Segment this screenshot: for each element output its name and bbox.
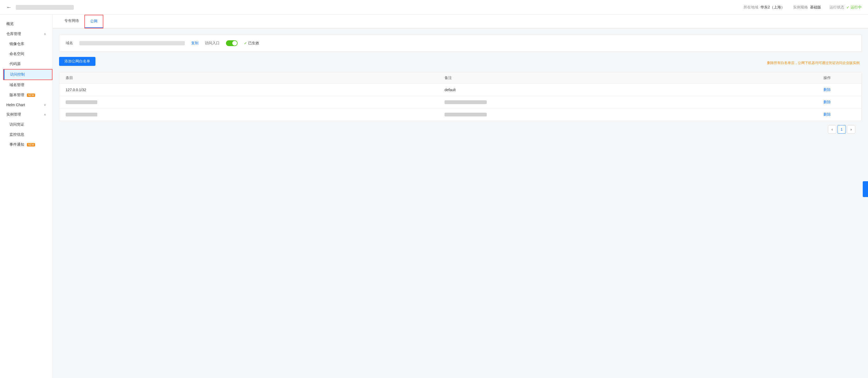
col-item: 条目 [66, 76, 444, 80]
row2-delete-button[interactable]: 删除 [824, 100, 855, 105]
spec-meta: 实例规格 基础版 [793, 5, 821, 10]
col-note: 备注 [444, 76, 824, 80]
row1-item: 127.0.0.1/32 [66, 88, 444, 92]
row2-note-blurred [444, 100, 487, 104]
chevron-up-icon2: ∧ [44, 113, 46, 116]
domain-mgmt-label: 域名管理 [9, 83, 24, 88]
top-bar: ← 所在地域 华东2（上海） 实例规格 基础版 运行状态 ✓ 运行中 [0, 0, 868, 15]
sidebar-item-access-credential[interactable]: 访问凭证 [3, 119, 53, 130]
row3-note-blurred [444, 113, 487, 116]
warehouse-group-label: 仓库管理 [6, 32, 21, 36]
status-value: 运行中 [850, 5, 862, 10]
table-row: 删除 [59, 96, 861, 108]
row3-item-blurred [66, 113, 97, 116]
tab-private-net[interactable]: 专有网络 [59, 15, 84, 29]
row3-delete-button[interactable]: 删除 [824, 112, 855, 117]
spec-value: 基础版 [810, 5, 821, 10]
table-header: 条目 备注 操作 [59, 72, 861, 84]
effect-label: 已生效 [248, 41, 259, 45]
monitor-label: 监控信息 [9, 132, 24, 137]
sidebar-item-mirror-repo[interactable]: 镜像仓库 [3, 39, 53, 49]
check-icon: ✓ [846, 5, 849, 9]
back-button[interactable]: ← [6, 4, 11, 10]
sidebar-item-code-source[interactable]: 代码源 [3, 59, 53, 69]
add-whitelist-button[interactable]: 添加公网白名单 [59, 57, 95, 66]
chevron-down-icon: ∨ [44, 103, 46, 107]
top-bar-left: ← [6, 4, 74, 10]
sidebar-item-domain-mgmt[interactable]: 域名管理 [3, 80, 53, 90]
copy-button[interactable]: 复制 [191, 41, 198, 45]
whitelist-table: 条目 备注 操作 127.0.0.1/32 default 删除 删除 删除 [59, 72, 862, 121]
access-credential-label: 访问凭证 [9, 122, 24, 127]
region-value: 华东2（上海） [761, 5, 785, 10]
status-meta: 运行状态 ✓ 运行中 [830, 5, 862, 10]
instance-title [16, 5, 74, 10]
main-content: 专有网络 公网 域名 复制 访问入口 ✓ 已生效 添加公网白名单 删除所有白名单… [53, 15, 868, 378]
version-mgmt-label: 版本管理 [9, 93, 24, 98]
row1-delete-button[interactable]: 删除 [824, 88, 855, 92]
sidebar-group-warehouse[interactable]: 仓库管理 ∧ [0, 29, 53, 39]
region-meta: 所在地域 华东2（上海） [744, 5, 785, 10]
warehouse-sub-items: 镜像仓库 命名空间 代码源 访问控制 域名管理 版本管理 NEW [0, 39, 53, 100]
action-row: 添加公网白名单 删除所有白名单后，公网下机器均可通过凭证访问企业版实例 [59, 57, 862, 69]
tab-public-net[interactable]: 公网 [85, 15, 103, 28]
effect-check-icon: ✓ [244, 41, 247, 45]
sidebar-group-helm[interactable]: Helm Chart ∨ [0, 100, 53, 110]
access-toggle[interactable] [226, 40, 238, 46]
spec-label: 实例规格 [793, 5, 808, 10]
chevron-up-icon: ∧ [44, 32, 46, 36]
code-source-label: 代码源 [9, 62, 21, 66]
mirror-repo-label: 镜像仓库 [9, 42, 24, 46]
namespace-label: 命名空间 [9, 51, 24, 56]
access-entry-label: 访问入口 [205, 41, 220, 45]
col-action: 操作 [824, 76, 855, 80]
instance-sub-items: 访问凭证 监控信息 事件通知 NEW [0, 119, 53, 150]
sidebar-item-namespace[interactable]: 命名空间 [3, 49, 53, 59]
row1-note: default [444, 88, 824, 92]
new-badge: NEW [27, 94, 35, 97]
sidebar-item-overview[interactable]: 概览 [0, 19, 53, 29]
row2-item-blurred [66, 100, 97, 104]
region-label: 所在地域 [744, 5, 758, 10]
effect-text: ✓ 已生效 [244, 41, 259, 45]
helm-chart-label: Helm Chart [6, 103, 25, 107]
warning-text: 删除所有白名单后，公网下机器均可通过凭证访问企业版实例 [95, 61, 862, 65]
sidebar: 概览 仓库管理 ∧ 镜像仓库 命名空间 代码源 访问控制 域名管理 版本管理 [0, 15, 53, 378]
main-layout: 概览 仓库管理 ∧ 镜像仓库 命名空间 代码源 访问控制 域名管理 版本管理 [0, 15, 868, 378]
pagination-next-button[interactable]: › [847, 125, 855, 134]
status-label: 运行状态 [830, 5, 844, 10]
domain-label: 域名 [66, 41, 73, 45]
instance-mgmt-label: 实例管理 [6, 112, 21, 117]
domain-value-blurred [80, 41, 185, 45]
domain-row: 域名 复制 访问入口 ✓ 已生效 [59, 35, 862, 51]
table-row: 删除 [59, 108, 861, 121]
access-control-label: 访问控制 [10, 72, 25, 77]
sidebar-group-instance[interactable]: 实例管理 ∧ [0, 110, 53, 119]
pagination-prev-button[interactable]: ‹ [828, 125, 836, 134]
sidebar-item-access-control[interactable]: 访问控制 [3, 69, 53, 80]
table-row: 127.0.0.1/32 default 删除 [59, 84, 861, 96]
status-running: ✓ 运行中 [846, 5, 862, 10]
sidebar-item-version-mgmt[interactable]: 版本管理 NEW [3, 90, 53, 100]
sidebar-item-monitor[interactable]: 监控信息 [3, 130, 53, 140]
new-badge2: NEW [27, 143, 35, 146]
float-action-button[interactable] [863, 181, 868, 197]
tabs-bar: 专有网络 公网 [53, 15, 868, 29]
sidebar-item-event-notify[interactable]: 事件通知 NEW [3, 140, 53, 150]
pagination-page1-button[interactable]: 1 [837, 125, 846, 134]
pagination: ‹ 1 › [59, 121, 862, 138]
sidebar-overview-label: 概览 [6, 22, 14, 26]
event-notify-label: 事件通知 [9, 142, 24, 147]
top-bar-right: 所在地域 华东2（上海） 实例规格 基础版 运行状态 ✓ 运行中 [744, 5, 862, 10]
